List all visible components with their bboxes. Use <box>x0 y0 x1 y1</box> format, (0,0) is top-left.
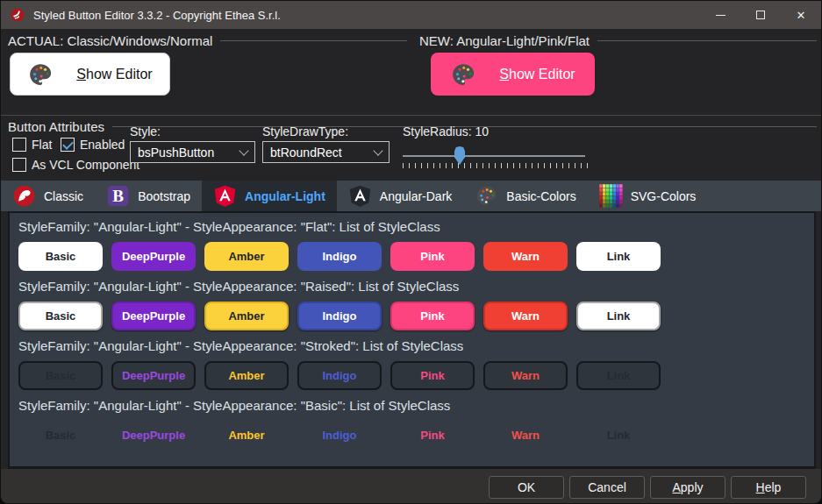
checkbox-box <box>12 138 26 152</box>
styleclass-sections: StyleFamily: "Angular-Light" - StyleAppe… <box>10 213 814 450</box>
styleclass-button-deeppurple-basic[interactable]: DeepPurple <box>111 421 196 450</box>
styleclass-button-basic-stroked[interactable]: Basic <box>18 361 103 390</box>
section-title-stroked: StyleFamily: "Angular-Light" - StyleAppe… <box>18 338 805 356</box>
styleclass-button-amber-basic[interactable]: Amber <box>204 421 289 450</box>
minimize-button[interactable] <box>700 1 740 29</box>
styleclass-button-amber-flat[interactable]: Amber <box>204 242 289 271</box>
styleclass-button-pink-raised[interactable]: Pink <box>390 302 475 330</box>
style-family-tabbar: ClassicBBootstrapAngular-LightAngular-Da… <box>1 181 822 211</box>
palette-icon <box>450 61 476 88</box>
window-title: Styled Button Editor 3.3.2 - Copyright E… <box>33 9 281 22</box>
apply-button[interactable]: Apply <box>650 476 726 499</box>
actual-group-header: ACTUAL: Classic/Windows/Normal <box>8 33 407 48</box>
tab-angular-dark[interactable]: Angular-Dark <box>337 181 463 211</box>
tab-label: Angular-Light <box>245 189 325 203</box>
svg-text:B: B <box>112 187 124 205</box>
enabled-checkbox[interactable]: Enabled <box>61 138 125 152</box>
styleclass-button-deeppurple-flat[interactable]: DeepPurple <box>111 242 196 271</box>
style-combobox-value: bsPushButton <box>138 146 240 160</box>
close-icon: ✕ <box>797 10 806 21</box>
cancel-button[interactable]: Cancel <box>569 476 645 499</box>
horizontal-separator <box>1 115 822 116</box>
styleclass-button-warn-flat[interactable]: Warn <box>483 242 568 271</box>
bootstrap-icon: B <box>106 184 130 208</box>
styled-button-editor-window: Styled Button Editor 3.3.2 - Copyright E… <box>0 0 822 504</box>
help-button-label: Help <box>756 480 782 494</box>
styleclass-button-indigo-stroked[interactable]: Indigo <box>297 361 382 390</box>
styleclass-button-indigo-raised[interactable]: Indigo <box>297 302 382 330</box>
ok-button-label: OK <box>518 480 535 494</box>
styleclass-row-flat: BasicDeepPurpleAmberIndigoPinkWarnLink <box>18 242 805 271</box>
styleclass-button-warn-raised[interactable]: Warn <box>483 302 568 330</box>
styleclass-button-indigo-flat[interactable]: Indigo <box>297 242 382 271</box>
styleclass-button-deeppurple-stroked[interactable]: DeepPurple <box>111 361 196 390</box>
styleclass-button-basic-basic[interactable]: Basic <box>18 421 103 450</box>
tab-bootstrap[interactable]: BBootstrap <box>95 181 202 211</box>
angular-dark-icon <box>348 184 372 208</box>
styleclass-button-link-stroked[interactable]: Link <box>576 361 661 390</box>
group-divider <box>220 40 407 41</box>
group-divider <box>597 40 817 41</box>
styledrawtype-combobox[interactable]: btRoundRect <box>262 141 390 163</box>
maximize-icon <box>756 11 765 19</box>
styleclass-button-amber-stroked[interactable]: Amber <box>204 361 289 390</box>
flat-checkbox[interactable]: Flat <box>12 138 52 152</box>
minimize-icon <box>716 15 726 16</box>
as-vcl-component-checkbox[interactable]: As VCL Component <box>12 158 139 172</box>
styleclass-button-pink-basic[interactable]: Pink <box>390 421 475 450</box>
ethea-app-icon <box>10 7 25 23</box>
as-vcl-component-checkbox-label: As VCL Component <box>32 158 139 172</box>
styledrawtype-label: StyleDrawType: <box>262 124 348 138</box>
styleradius-slider[interactable] <box>403 155 585 157</box>
ok-button[interactable]: OK <box>489 476 564 499</box>
tab-svg-colors[interactable]: SVG-Colors <box>588 181 708 211</box>
section-title-basic: StyleFamily: "Angular-Light" - StyleAppe… <box>18 398 805 415</box>
window-controls: ✕ <box>700 1 821 29</box>
styleclass-button-pink-flat[interactable]: Pink <box>390 242 475 271</box>
style-label: Style: <box>130 124 161 138</box>
styleclass-button-indigo-basic[interactable]: Indigo <box>297 421 382 450</box>
palette-icon <box>27 61 54 88</box>
tab-label: Classic <box>44 189 83 203</box>
show-editor-button-actual[interactable]: Show Editor <box>10 53 170 96</box>
show-editor-button-new[interactable]: Show Editor <box>431 53 595 96</box>
styleclass-button-amber-raised[interactable]: Amber <box>204 302 289 330</box>
actual-group-label: ACTUAL: Classic/Windows/Normal <box>8 33 212 48</box>
tab-label: Angular-Dark <box>380 189 452 203</box>
basic-colors-icon <box>475 184 498 208</box>
show-editor-label: Show Editor <box>499 67 575 82</box>
chevron-down-icon <box>373 146 382 155</box>
styleclass-button-deeppurple-raised[interactable]: DeepPurple <box>111 302 196 330</box>
styleclass-button-link-flat[interactable]: Link <box>576 242 661 271</box>
tab-angular-light[interactable]: Angular-Light <box>202 181 337 211</box>
flat-checkbox-label: Flat <box>32 138 52 152</box>
styleradius-slider-thumb[interactable] <box>454 146 465 165</box>
section-title-flat: StyleFamily: "Angular-Light" - StyleAppe… <box>18 219 805 237</box>
help-button[interactable]: Help <box>731 476 806 499</box>
styleclass-row-stroked: BasicDeepPurpleAmberIndigoPinkWarnLink <box>18 361 805 390</box>
tab-label: SVG-Colors <box>631 189 697 203</box>
svg-colors-icon <box>599 184 623 208</box>
styleclass-button-basic-flat[interactable]: Basic <box>18 242 103 271</box>
tab-basic-colors[interactable]: Basic-Colors <box>463 181 587 211</box>
checkbox-box <box>61 138 75 152</box>
dialog-footer: OK Cancel Apply Help <box>1 469 822 504</box>
delphi-icon <box>12 184 36 208</box>
checkbox-box <box>12 158 26 172</box>
styleclass-button-warn-stroked[interactable]: Warn <box>483 361 568 390</box>
tab-classic[interactable]: Classic <box>1 181 95 211</box>
styleclass-row-raised: BasicDeepPurpleAmberIndigoPinkWarnLink <box>18 302 805 330</box>
styleclass-button-pink-stroked[interactable]: Pink <box>390 361 475 390</box>
style-combobox[interactable]: bsPushButton <box>130 141 255 163</box>
styleclass-button-warn-basic[interactable]: Warn <box>483 421 568 450</box>
button-attributes-label: Button Attributes <box>8 119 104 134</box>
styleclass-button-basic-raised[interactable]: Basic <box>18 302 103 330</box>
styleclass-button-link-basic[interactable]: Link <box>576 421 661 450</box>
styleradius-label: StyleRadius: 10 <box>403 124 489 138</box>
close-button[interactable]: ✕ <box>781 1 821 29</box>
styleradius-slider-ticks <box>403 163 589 168</box>
show-editor-label: Show Editor <box>76 67 152 82</box>
maximize-button[interactable] <box>740 1 781 29</box>
new-group-label: NEW: Angular-Light/Pink/Flat <box>419 33 590 48</box>
styleclass-button-link-raised[interactable]: Link <box>576 302 661 330</box>
